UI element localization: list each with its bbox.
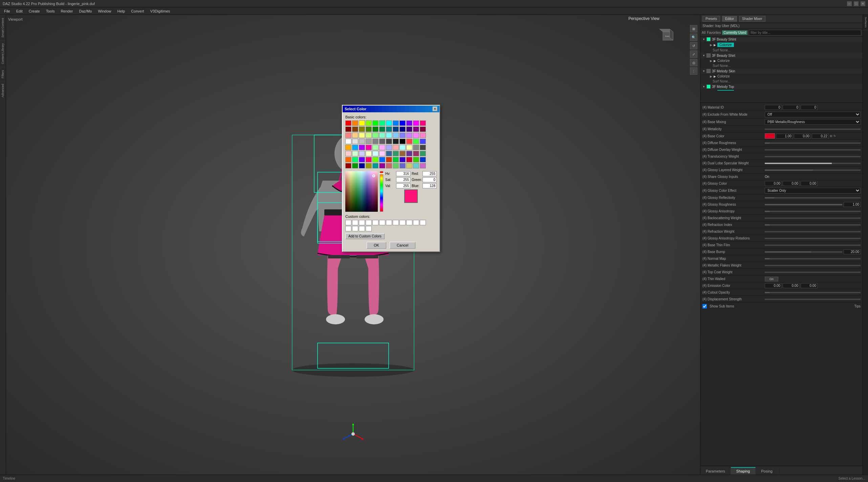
color-cell[interactable] xyxy=(359,151,365,156)
menu-convert[interactable]: Convert xyxy=(128,8,147,14)
color-cell[interactable] xyxy=(379,145,385,150)
view-btn-4[interactable]: ⤢ xyxy=(690,50,697,58)
green-input[interactable] xyxy=(422,177,437,182)
minimize-button[interactable]: ─ xyxy=(847,1,852,6)
cancel-button[interactable]: Cancel xyxy=(390,242,415,249)
glossy-roughness-slider[interactable] xyxy=(765,204,842,205)
color-cell[interactable] xyxy=(352,133,358,138)
color-cell[interactable] xyxy=(359,157,365,162)
emission-color-b[interactable] xyxy=(801,283,818,288)
color-cell[interactable] xyxy=(420,133,426,138)
color-cell[interactable] xyxy=(399,127,406,132)
menu-tools[interactable]: Tools xyxy=(43,8,58,14)
color-cell[interactable] xyxy=(379,163,385,168)
view-btn-1[interactable]: ⊞ xyxy=(690,25,697,32)
base-mixing-dropdown[interactable]: PBR Metallic/Roughness xyxy=(765,119,861,125)
color-cell[interactable] xyxy=(345,133,351,138)
custom-color-cell[interactable] xyxy=(366,220,372,225)
view-btn-2[interactable]: 🔍 xyxy=(690,33,697,41)
color-cell[interactable] xyxy=(399,120,406,126)
val-input[interactable] xyxy=(396,183,410,188)
color-cell[interactable] xyxy=(413,151,419,156)
favorites-label[interactable]: Favorites xyxy=(707,31,721,35)
thin-walled-toggle[interactable]: On xyxy=(765,277,778,281)
base-bump-slider[interactable] xyxy=(765,251,842,253)
color-cell[interactable] xyxy=(352,163,358,168)
color-cell[interactable] xyxy=(406,133,412,138)
refraction-weight-slider[interactable] xyxy=(765,231,861,232)
r-vtab-surfaces[interactable]: Surfaces xyxy=(863,15,868,30)
red-input[interactable] xyxy=(422,171,437,176)
color-cell[interactable] xyxy=(386,145,392,150)
base-color-icon1[interactable]: ⊞ xyxy=(830,134,832,138)
emission-color-r[interactable] xyxy=(765,283,782,288)
color-cell[interactable] xyxy=(345,120,351,126)
color-cell[interactable] xyxy=(372,120,378,126)
backscattering-slider[interactable] xyxy=(765,217,861,219)
custom-color-cell[interactable] xyxy=(372,220,378,225)
maximize-button[interactable]: □ xyxy=(854,1,859,6)
glossy-color-r[interactable] xyxy=(765,181,782,186)
color-cell[interactable] xyxy=(406,163,412,168)
hv-input[interactable] xyxy=(396,171,410,176)
color-cell[interactable] xyxy=(399,145,406,150)
left-tab-content-library[interactable]: Content Library xyxy=(0,40,6,67)
refraction-index-slider[interactable] xyxy=(765,224,861,226)
custom-color-cell[interactable] xyxy=(379,220,385,225)
custom-color-cell[interactable] xyxy=(366,226,372,231)
menu-create[interactable]: Create xyxy=(26,8,43,14)
material-id-input-1[interactable] xyxy=(765,105,782,110)
color-cell[interactable] xyxy=(413,163,419,168)
custom-color-cell[interactable] xyxy=(386,220,392,225)
color-cell[interactable] xyxy=(420,139,426,144)
color-cell[interactable] xyxy=(359,139,365,144)
color-cell[interactable] xyxy=(352,151,358,156)
colorize-btn-1[interactable]: Colorize xyxy=(717,43,734,47)
color-cell[interactable] xyxy=(352,145,358,150)
color-cell[interactable] xyxy=(372,151,378,156)
glossy-aniso-rot-slider[interactable] xyxy=(765,238,861,239)
color-cell[interactable] xyxy=(386,127,392,132)
menu-render[interactable]: Render xyxy=(58,8,75,14)
color-cell[interactable] xyxy=(366,120,372,126)
color-cell[interactable] xyxy=(345,163,351,168)
base-color-r[interactable] xyxy=(776,134,793,139)
color-cell[interactable] xyxy=(359,163,365,168)
color-cell[interactable] xyxy=(359,145,365,150)
color-cell[interactable] xyxy=(399,139,406,144)
base-thin-film-slider[interactable] xyxy=(765,245,861,246)
color-cell[interactable] xyxy=(420,120,426,126)
color-cell[interactable] xyxy=(386,157,392,162)
menu-v3digitimes[interactable]: V3Digitimes xyxy=(148,8,173,14)
emission-color-g[interactable] xyxy=(783,283,800,288)
menu-edit[interactable]: Edit xyxy=(14,8,25,14)
color-cell[interactable] xyxy=(386,163,392,168)
base-color-b[interactable] xyxy=(812,134,829,139)
view-btn-3[interactable]: ↺ xyxy=(690,42,697,49)
left-tab-smart-content[interactable]: Smart Content xyxy=(0,15,6,40)
ok-button[interactable]: OK xyxy=(367,242,386,249)
colorize-btn-4[interactable]: Colorize xyxy=(717,90,734,91)
color-cell[interactable] xyxy=(393,151,399,156)
displacement-slider[interactable] xyxy=(765,299,861,300)
menu-file[interactable]: File xyxy=(1,8,13,14)
color-cell[interactable] xyxy=(420,157,426,162)
glossy-reflectivity-slider[interactable] xyxy=(765,197,861,199)
surface-row-surf-1[interactable]: Surf None... xyxy=(700,48,863,53)
surface-section-header-2[interactable]: ▼ 3F Beauty Shirt xyxy=(700,53,863,58)
color-cell[interactable] xyxy=(399,163,406,168)
custom-color-cell[interactable] xyxy=(406,220,412,225)
translucency-slider[interactable] xyxy=(765,156,861,157)
color-cell[interactable] xyxy=(379,157,385,162)
color-cell[interactable] xyxy=(393,127,399,132)
color-cell[interactable] xyxy=(420,145,426,150)
color-cell[interactable] xyxy=(386,133,392,138)
glossy-anisotropy-slider[interactable] xyxy=(765,211,861,212)
color-cell[interactable] xyxy=(406,120,412,126)
tab-posing[interactable]: Posing xyxy=(756,468,778,475)
surface-row-colorize-1[interactable]: ▶ ▶ Colorize xyxy=(700,42,863,48)
surface-section-header-1[interactable]: ▼ 3F Beauty ShInt xyxy=(700,37,863,42)
hue-slider[interactable] xyxy=(380,171,383,212)
custom-color-cell[interactable] xyxy=(359,220,365,225)
select-lesson-label[interactable]: Select a Lesson... xyxy=(839,477,866,480)
